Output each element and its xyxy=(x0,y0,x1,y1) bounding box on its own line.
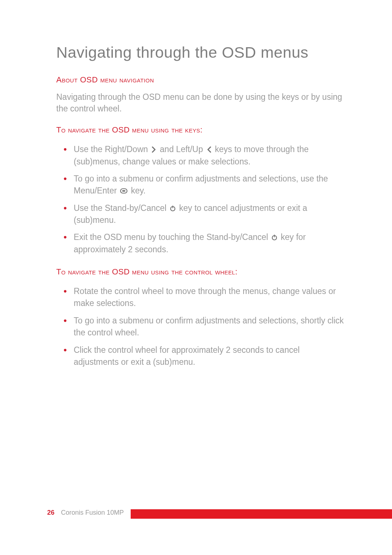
section-heading-about: About OSD menu navigation xyxy=(56,75,345,85)
list-item: To go into a submenu or confirm adjustme… xyxy=(74,173,345,197)
page-footer: 26Coronis Fusion 10MP xyxy=(0,507,392,519)
list-keys: Use the Right/Down and Left/Up keys to m… xyxy=(56,143,345,256)
footer-red-bar xyxy=(131,509,392,519)
list-item: Click the control wheel for approximatel… xyxy=(74,344,345,368)
list-wheel: Rotate the control wheel to move through… xyxy=(56,285,345,368)
list-item: Rotate the control wheel to move through… xyxy=(74,285,345,310)
power-icon xyxy=(271,234,278,241)
menu-enter-icon xyxy=(120,188,128,194)
page-number: 26 xyxy=(47,509,54,516)
chevron-right-icon xyxy=(151,146,157,153)
section-heading-wheel: To navigate the OSD menu using the contr… xyxy=(56,267,345,277)
list-item: To go into a submenu or confirm adjustme… xyxy=(74,315,345,339)
section-body-about: Navigating through the OSD menu can be d… xyxy=(56,91,345,114)
list-item: Use the Right/Down and Left/Up keys to m… xyxy=(74,143,345,168)
section-heading-keys: To navigate the OSD menu using the keys: xyxy=(56,125,345,135)
svg-rect-1 xyxy=(122,190,126,192)
list-item: Exit the OSD menu by touching the Stand-… xyxy=(74,231,345,256)
page-title: Navigating through the OSD menus xyxy=(56,44,345,61)
footer-text: 26Coronis Fusion 10MP xyxy=(47,509,124,517)
power-icon xyxy=(170,205,176,212)
svg-rect-3 xyxy=(172,205,173,208)
svg-rect-5 xyxy=(274,235,275,237)
chevron-left-icon xyxy=(206,146,212,153)
product-name: Coronis Fusion 10MP xyxy=(61,509,124,516)
list-item: Use the Stand-by/Cancel key to cancel ad… xyxy=(74,202,345,227)
